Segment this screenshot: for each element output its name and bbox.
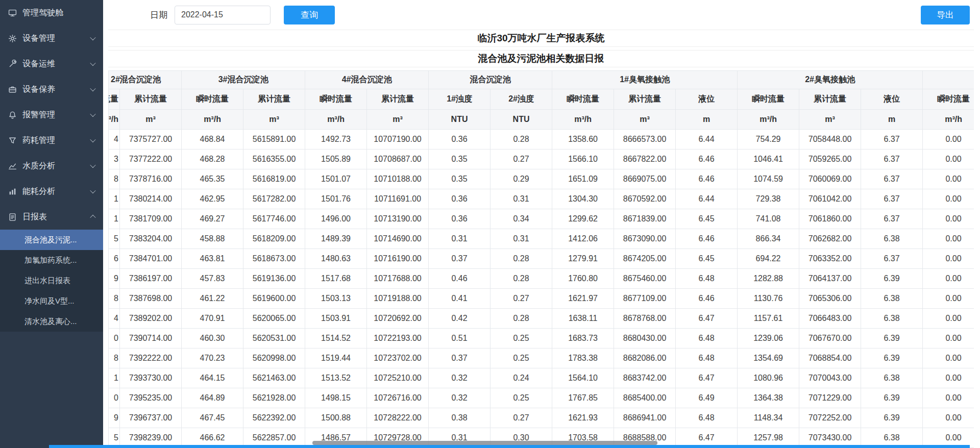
table-cell: 7386197.00 [120, 269, 182, 289]
sidebar-subitem-0[interactable]: 混合池及污泥... [0, 230, 103, 250]
table-cell: 0.28 [491, 309, 552, 329]
table-cell: 1651.09 [552, 169, 614, 189]
table-cell: 469.27 [182, 209, 243, 229]
sidebar: 管理驾驶舱设备管理设备运维设备保养报警管理药耗管理水质分析能耗分析日报表混合池及… [0, 0, 103, 448]
sidebar-item-label: 管理驾驶舱 [22, 8, 63, 18]
horizontal-scrollbar-thumb[interactable] [312, 441, 657, 445]
bar-chart-icon [8, 187, 17, 196]
table-cell: 1046.41 [738, 150, 799, 169]
table-cell: 8666573.00 [614, 130, 676, 150]
table-cell: 1514.52 [305, 329, 367, 349]
table-cell: 7395235.00 [120, 388, 182, 408]
table-cell: 1683.73 [552, 329, 614, 349]
table-cell: 1513.52 [305, 368, 367, 388]
table-cell: 10726716.00 [367, 388, 429, 408]
sidebar-item-3[interactable]: 设备保养 [0, 77, 103, 102]
table-cell: 470.23 [182, 349, 243, 368]
table-cell: 0.36 [429, 130, 491, 150]
table-cell: 6.37 [861, 169, 923, 189]
table-cell: 9 [109, 269, 120, 289]
table-cell: 8683742.00 [614, 368, 676, 388]
line-chart-icon [8, 161, 17, 170]
query-button[interactable]: 查询 [284, 6, 335, 24]
table-cell: 6.37 [861, 150, 923, 169]
column-unit: m³/h [109, 110, 120, 130]
table-cell: 0.28 [491, 249, 552, 269]
table-cell: 0.00 [923, 169, 974, 189]
table-cell: 8 [109, 349, 120, 368]
sidebar-item-label: 设备运维 [22, 59, 55, 69]
table-cell: 8678768.00 [614, 309, 676, 329]
table-cell: 1566.10 [552, 150, 614, 169]
export-button[interactable]: 导出 [921, 6, 970, 24]
table-cell: 0.51 [429, 329, 491, 349]
sidebar-subitem-1[interactable]: 加氯加药系统... [0, 250, 103, 270]
table-cell: 0.35 [429, 169, 491, 189]
table-cell: 10728222.00 [367, 408, 429, 428]
sidebar-item-1[interactable]: 设备管理 [0, 26, 103, 51]
table-cell: 0.28 [491, 269, 552, 289]
table-cell: 8674205.00 [614, 249, 676, 269]
table-cell: 1304.30 [552, 189, 614, 209]
table-cell: 1 [109, 368, 120, 388]
sidebar-item-7[interactable]: 能耗分析 [0, 179, 103, 204]
sidebar-subitem-4[interactable]: 清水池及离心... [0, 311, 103, 332]
table-row: 47375727.00468.845615891.001492.73107071… [109, 130, 974, 150]
column-unit: m³ [799, 110, 861, 130]
table-cell: 464.15 [182, 368, 243, 388]
table-cell: 0.24 [491, 368, 552, 388]
table-row: 07395235.00464.895621928.001498.15107267… [109, 388, 974, 408]
table-cell: 0 [109, 388, 120, 408]
table-cell: 1500.88 [305, 408, 367, 428]
sidebar-item-4[interactable]: 报警管理 [0, 102, 103, 128]
sidebar-subitem-3[interactable]: 净水间及V型... [0, 291, 103, 311]
table-cell: 6.45 [676, 249, 738, 269]
table-cell: 6.39 [861, 349, 923, 368]
report-icon [8, 212, 17, 221]
table-cell: 7390714.00 [120, 329, 182, 349]
table-cell: 5620065.00 [243, 309, 305, 329]
column-header: 瞬时流量 [552, 89, 614, 110]
table-cell: 0.00 [923, 269, 974, 289]
sidebar-item-5[interactable]: 药耗管理 [0, 128, 103, 153]
table-cell: 7384701.00 [120, 249, 182, 269]
sidebar-item-8[interactable]: 日报表 [0, 204, 103, 230]
app-root: 管理驾驶舱设备管理设备运维设备保养报警管理药耗管理水质分析能耗分析日报表混合池及… [0, 0, 980, 448]
table-cell: 7378716.00 [120, 169, 182, 189]
sidebar-item-0[interactable]: 管理驾驶舱 [0, 0, 103, 26]
table-cell: 0.34 [491, 209, 552, 229]
sidebar-item-2[interactable]: 设备运维 [0, 51, 103, 77]
table-cell: 1501.07 [305, 169, 367, 189]
group-header [923, 71, 974, 89]
sidebar-subitem-2[interactable]: 进出水日报表 [0, 270, 103, 291]
table-cell: 1496.00 [305, 209, 367, 229]
chevron-down-icon [90, 35, 95, 40]
table-cell: 6.39 [861, 388, 923, 408]
column-unit: NTU [491, 110, 552, 130]
table-cell: 0.00 [923, 189, 974, 209]
table-cell: 6.39 [861, 408, 923, 428]
column-unit: m³ [120, 110, 182, 130]
table-cell: 729.38 [738, 189, 799, 209]
table-cell: 0.00 [923, 150, 974, 169]
table-cell: 460.30 [182, 329, 243, 349]
table-cell: 9 [109, 408, 120, 428]
table-cell: 0.35 [429, 150, 491, 169]
column-unit: m [861, 110, 923, 130]
table-cell: 8669075.00 [614, 169, 676, 189]
sidebar-item-6[interactable]: 水质分析 [0, 153, 103, 179]
column-header: 瞬时流量 [738, 89, 799, 110]
dashboard-icon [8, 8, 17, 17]
report-system-title: 临沂30万吨水厂生产报表系统 [108, 30, 974, 47]
table-cell: 6.37 [861, 209, 923, 229]
table-cell: 1489.39 [305, 229, 367, 249]
table-cell: 741.08 [738, 209, 799, 229]
table-cell: 0.27 [491, 150, 552, 169]
chevron-down-icon [90, 162, 95, 168]
table-cell: 10720692.00 [367, 309, 429, 329]
group-header: 4#混合沉淀池 [305, 71, 429, 89]
date-input[interactable] [175, 6, 271, 24]
table-cell: 1 [109, 209, 120, 229]
sidebar-item-label: 能耗分析 [22, 186, 55, 197]
sidebar-menu: 管理驾驶舱设备管理设备运维设备保养报警管理药耗管理水质分析能耗分析日报表混合池及… [0, 0, 103, 332]
